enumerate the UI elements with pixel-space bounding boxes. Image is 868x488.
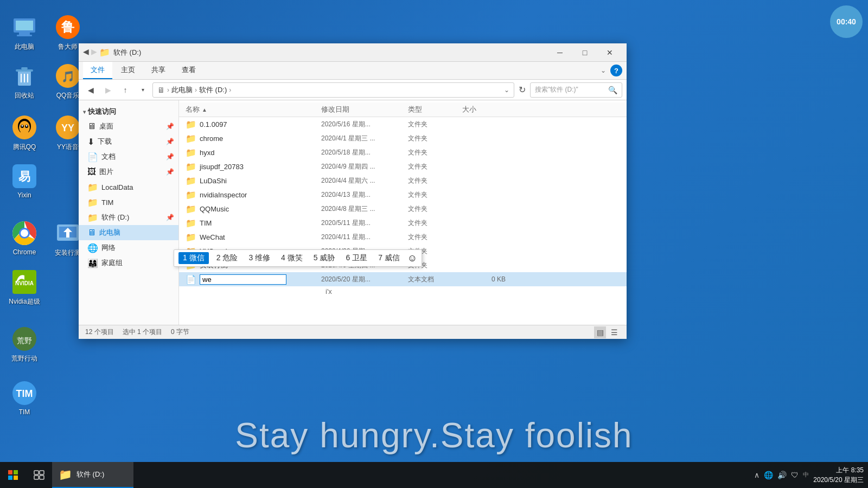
sidebar-item-documents[interactable]: 📄 文档 📌 [79,149,178,164]
ime-candidate-7[interactable]: 7 威信 [375,252,403,264]
back-button[interactable]: ◀ [83,82,98,98]
file-row-8[interactable]: 📁WeChat 2020/4/11 星期... 文件夹 [179,230,627,244]
col-date-header[interactable]: 修改日期 [321,105,408,114]
sort-arrow-icon: ▲ [202,107,207,113]
window-title: 软件 (D:) [113,48,544,57]
file-row-6[interactable]: 📁QQMusic 2020/4/8 星期三 ... 文件夹 [179,202,627,216]
pictures-icon: 🖼 [87,167,96,177]
sidebar-quick-access[interactable]: ▾ 快速访问 [79,105,178,119]
tab-home[interactable]: 主页 [113,62,143,79]
sidebar-item-desktop[interactable]: 🖥 桌面 📌 [79,119,178,134]
forward-button[interactable]: ▶ [100,82,116,98]
desktop-icon-recycle[interactable]: 回收站 [3,60,46,104]
file-row-2[interactable]: 📁hyxd 2020/5/18 星期... 文件夹 [179,145,627,159]
tray-shield-icon[interactable]: 🛡 [790,470,800,480]
ribbon-help-icon[interactable]: ? [610,65,622,76]
tab-share[interactable]: 共享 [144,62,173,79]
svg-text:YY: YY [61,123,74,133]
close-button[interactable]: ✕ [597,43,622,62]
downloads-icon: ⬇ [87,137,94,147]
tray-time: 上午 8:35 [813,465,864,475]
file-date: 2020/4/9 星期四 ... [321,162,408,171]
title-forward-icon[interactable]: ▶ [91,47,97,57]
file-name-text: nvidiaInspector [200,191,247,199]
file-row-7[interactable]: 📁TIM 2020/5/11 星期... 文件夹 [179,216,627,230]
sidebar-item-pictures[interactable]: 🖼 图片 📌 [79,164,178,179]
maximize-button[interactable]: □ [572,43,597,62]
tray-keyboard-icon[interactable]: 中 [802,470,810,480]
task-view-button[interactable] [26,462,52,488]
search-box[interactable]: 搜索"软件 (D:)" 🔍 [530,82,622,98]
ime-candidate-6[interactable]: 6 卫星 [342,252,371,264]
svg-text:🎵: 🎵 [61,70,75,83]
svg-text:鲁: 鲁 [61,20,75,34]
tray-clock[interactable]: 上午 8:35 2020/5/20 星期三 [813,465,864,485]
file-row-3[interactable]: 📁jisupdf_20783 2020/4/9 星期四 ... 文件夹 [179,159,627,174]
up-button[interactable]: ↑ [118,82,133,98]
taskbar-tray: ∧ 🌐 🔊 🛡 中 上午 8:35 2020/5/20 星期三 [749,465,868,485]
sidebar-desktop-label: 桌面 [99,121,113,131]
svg-rect-31 [66,232,69,237]
sidebar-item-downloads[interactable]: ⬇ 下载 📌 [79,134,178,149]
file-row-1[interactable]: 📁chrome 2020/4/1 星期三 ... 文件夹 [179,131,627,145]
refresh-button[interactable]: ↻ [516,82,528,97]
title-back-icon[interactable]: ◀ [83,47,89,57]
ime-candidate-3[interactable]: 3 维修 [245,252,273,264]
desktop-icon-yixin[interactable]: 易 Yixin [3,160,46,202]
sidebar-item-thispc[interactable]: 🖥 此电脑 [79,225,178,240]
svg-point-20 [26,125,28,127]
ime-candidate-4[interactable]: 4 微笑 [278,252,306,264]
taskbar-explorer-item[interactable]: 📁 软件 (D:) [52,462,133,488]
ime-candidate-5[interactable]: 5 威胁 [310,252,339,264]
sidebar-item-network[interactable]: 🌐 网络 [79,240,178,255]
file-row-4[interactable]: 📁LuDaShi 2020/4/4 星期六 ... 文件夹 [179,174,627,188]
desktop-icon-thispc[interactable]: 此电脑 [3,11,46,55]
file-name-text: hyxd [200,149,214,157]
ribbon-expand-icon[interactable]: ⌄ [598,65,608,76]
start-button[interactable] [0,462,26,488]
file-row-5[interactable]: 📁nvidiaInspector 2020/4/13 星期... 文件夹 [179,188,627,202]
desktop-icon-yehuang[interactable]: 荒野 荒野行动 [3,323,46,367]
tab-view[interactable]: 查看 [174,62,203,79]
detail-view-button[interactable]: ☰ [608,326,620,338]
sidebar-item-family[interactable]: 👨‍👩‍👧 家庭组 [79,255,178,271]
minimize-button[interactable]: ─ [547,43,572,62]
status-total: 12 个项目 [85,328,114,337]
recent-button[interactable]: ▾ [135,82,150,98]
col-name-header[interactable]: 名称 ▲ [186,105,321,114]
breadcrumb-thispc[interactable]: 此电脑 [171,85,193,95]
clock-overlay: 00:40 [830,5,863,38]
yehuang-icon: 荒野 [11,326,37,352]
tray-up-arrow[interactable]: ∧ [753,470,761,480]
file-row-11[interactable]: 📄 2020/5/20 星期... 文本文档 0 KB [179,272,627,286]
sidebar-item-tim[interactable]: 📁 TIM [79,195,178,210]
file-txt-icon: 📄 [186,274,196,285]
tab-file[interactable]: 文件 [83,62,112,79]
desktop-icon-qq[interactable]: 腾讯QQ [3,111,46,155]
file-date: 2020/4/13 星期... [321,190,408,200]
file-row-0[interactable]: 📁0.1.0097 2020/5/16 星期... 文件夹 [179,117,627,131]
tray-network-icon[interactable]: 🌐 [763,470,774,480]
svg-rect-44 [34,476,39,479]
ime-candidate-1[interactable]: 1 微信 [178,252,209,264]
tray-date: 2020/5/20 星期三 [813,475,864,485]
rename-input[interactable] [200,274,286,285]
view-toggle: ▤ ☰ [594,326,620,338]
address-dropdown[interactable]: ⌄ [504,86,509,94]
ime-smiley-button[interactable]: ☺ [407,253,417,264]
desktop-icon-nvidia[interactable]: NVIDIA Nvidia超级 [3,266,46,310]
folder-icon: 📁 [186,133,196,144]
address-bar[interactable]: 🖥 › 此电脑 › 软件 (D:) › ⌄ [152,82,514,98]
col-type-header[interactable]: 类型 [408,105,462,114]
svg-rect-45 [40,476,44,479]
list-view-button[interactable]: ▤ [594,326,606,338]
desktop-icon-tim[interactable]: TIM TIM [3,377,46,419]
sidebar-item-localdata[interactable]: 📁 LocalData [79,179,178,195]
col-size-header[interactable]: 大小 [462,105,506,114]
svg-rect-1 [16,21,33,30]
desktop-icon-chrome[interactable]: Chrome [3,217,46,259]
breadcrumb-drive[interactable]: 软件 (D:) [199,85,227,95]
tray-volume-icon[interactable]: 🔊 [776,470,788,480]
sidebar-item-software[interactable]: 📁 软件 (D:) 📌 [79,210,178,225]
ime-candidate-2[interactable]: 2 危险 [213,252,241,264]
